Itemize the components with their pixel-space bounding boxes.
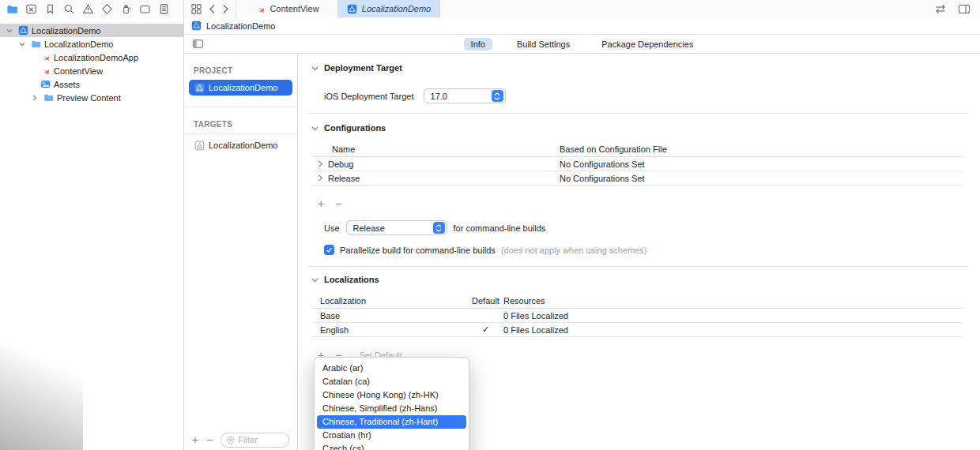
localization-resources: 0 Files Localized <box>500 325 962 335</box>
add-configuration-button[interactable]: + <box>318 198 324 209</box>
tree-item-label: Preview Content <box>57 93 121 103</box>
editor-tab-strip: ContentView LocalizationDemo <box>184 0 980 17</box>
configuration-name: Release <box>328 174 360 183</box>
tab-label: ContentView <box>270 4 318 13</box>
deployment-target-combo[interactable]: 17.0 <box>424 88 506 103</box>
section-divider <box>308 266 968 267</box>
add-target-button[interactable]: + <box>192 434 198 445</box>
disclosure-chevron-icon[interactable] <box>318 160 323 167</box>
report-navigator-icon[interactable] <box>158 3 170 15</box>
localization-default-check: ✓ <box>471 324 500 335</box>
menu-item-language[interactable]: Chinese, Simplified (zh-Hans) <box>317 402 466 415</box>
menu-item-language[interactable]: Chinese (Hong Kong) (zh-HK) <box>317 388 466 402</box>
tab-label: LocalizationDemo <box>362 4 431 13</box>
language-menu: Arabic (ar) Catalan (ca) Chinese (Hong K… <box>314 357 469 450</box>
table-row[interactable]: Base 0 Files Localized <box>313 309 962 323</box>
breakpoint-navigator-icon[interactable] <box>139 3 151 15</box>
table-header: Localization Default Resources <box>313 294 962 309</box>
parallelize-row: Parallelize build for command-line build… <box>324 245 980 255</box>
swift-file-icon <box>40 52 51 63</box>
menu-item-language[interactable]: Croatian (hr) <box>317 429 466 442</box>
tree-item-file[interactable]: LocalizationDemoApp <box>0 51 183 64</box>
xcode-project-icon <box>194 82 205 93</box>
remove-target-button[interactable]: − <box>206 434 213 445</box>
topbar-right-controls <box>934 0 980 17</box>
breadcrumb[interactable]: LocalizationDemo <box>184 17 980 35</box>
parallelize-note: (does not apply when using schemes) <box>501 246 647 255</box>
section-configurations: Configurations <box>311 123 980 133</box>
menu-item-language[interactable]: Catalan (ca) <box>317 375 466 388</box>
table-row[interactable]: English ✓ 0 Files Localized <box>313 323 962 337</box>
menu-item-language[interactable]: Arabic (ar) <box>317 362 466 375</box>
section-deployment-target: Deployment Target <box>311 63 980 73</box>
tab-localizationdemo[interactable]: LocalizationDemo <box>338 0 440 17</box>
section-title: Configurations <box>324 123 386 133</box>
tree-item-label: Assets <box>54 80 80 89</box>
panel-separator <box>184 133 297 134</box>
tab-strip-controls <box>184 0 236 17</box>
tree-item-label: LocalizationDemoApp <box>54 53 138 62</box>
parallelize-checkbox[interactable] <box>324 245 334 255</box>
issue-navigator-icon[interactable] <box>82 3 94 15</box>
test-navigator-icon[interactable] <box>101 3 113 15</box>
combo-value: 17.0 <box>431 92 447 101</box>
filter-input[interactable]: Filter <box>220 433 289 448</box>
add-editor-icon[interactable] <box>958 4 971 14</box>
back-icon[interactable] <box>209 4 216 14</box>
project-item[interactable]: LocalizationDemo <box>189 80 292 96</box>
filter-placeholder: Filter <box>238 435 257 444</box>
asset-catalog-icon <box>40 79 51 90</box>
localization-name: Base <box>313 311 471 321</box>
forward-icon[interactable] <box>222 4 229 14</box>
breadcrumb-title: LocalizationDemo <box>206 21 275 31</box>
table-header: Name Based on Configuration File <box>313 142 962 157</box>
localizations-table: Localization Default Resources Base 0 Fi… <box>313 294 962 337</box>
debug-navigator-icon[interactable] <box>120 3 132 15</box>
xcode-project-icon <box>17 25 28 36</box>
tree-item-folder[interactable]: Preview Content <box>0 91 183 104</box>
tree-item-project-root[interactable]: LocalizationDemo <box>0 24 183 37</box>
chevron-down-icon[interactable] <box>311 65 318 72</box>
project-targets-panel: PROJECT LocalizationDemo TARGETS Localiz… <box>184 54 298 450</box>
tab-contentview[interactable]: ContentView <box>236 0 338 17</box>
xcode-project-icon <box>347 3 358 14</box>
tab-build-settings[interactable]: Build Settings <box>510 38 577 51</box>
use-suffix: for command-line builds <box>454 223 546 233</box>
table-row[interactable]: Release No Configurations Set <box>313 171 962 186</box>
section-divider <box>308 113 968 114</box>
swap-editors-icon[interactable] <box>934 4 947 14</box>
chevron-down-icon[interactable] <box>311 125 318 132</box>
menu-item-language-highlighted[interactable]: Chinese, Traditional (zh-Hant) <box>317 415 466 429</box>
section-localizations: Localizations <box>311 275 980 284</box>
tree-item-group[interactable]: LocalizationDemo <box>0 37 183 51</box>
target-item[interactable]: LocalizationDemo <box>184 137 297 153</box>
chevron-down-icon[interactable] <box>17 41 27 47</box>
search-icon[interactable] <box>63 3 75 15</box>
table-row[interactable]: Debug No Configurations Set <box>313 157 962 171</box>
folder-icon <box>43 92 54 103</box>
deployment-target-label: iOS Deployment Target <box>324 92 414 101</box>
folder-icon <box>30 39 41 50</box>
chevron-down-icon[interactable] <box>5 28 14 34</box>
section-title: Deployment Target <box>324 63 402 73</box>
command-line-config-row: Use Release for command-line builds <box>324 220 980 235</box>
panel-filter-bar: + − Filter <box>184 429 297 450</box>
bookmark-icon[interactable] <box>44 3 56 15</box>
tab-overview-icon[interactable] <box>190 3 202 15</box>
chevron-right-icon[interactable] <box>30 95 40 101</box>
close-box-icon[interactable] <box>25 3 37 15</box>
chevron-down-icon[interactable] <box>311 276 318 283</box>
filter-icon <box>226 436 235 444</box>
disclosure-chevron-icon[interactable] <box>318 174 323 182</box>
tab-info[interactable]: Info <box>464 38 492 51</box>
use-label: Use <box>324 223 340 233</box>
tab-package-dependencies[interactable]: Package Dependencies <box>594 38 700 51</box>
tree-item-assets[interactable]: Assets <box>0 77 183 91</box>
configuration-based-on: No Configurations Set <box>560 159 962 169</box>
command-line-config-combo[interactable]: Release <box>346 220 447 235</box>
project-navigator-icon[interactable] <box>6 3 18 15</box>
tree-item-file[interactable]: ContentView <box>0 64 183 77</box>
remove-configuration-button[interactable]: − <box>335 198 341 209</box>
configurations-table: Name Based on Configuration File Debug N… <box>313 142 962 186</box>
menu-item-language[interactable]: Czech (cs) <box>317 442 466 450</box>
